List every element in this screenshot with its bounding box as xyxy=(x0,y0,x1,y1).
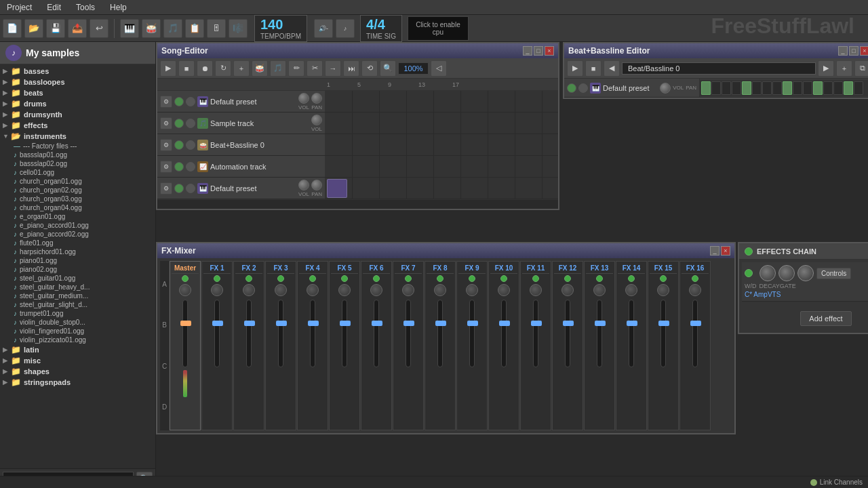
track-mute-btn[interactable] xyxy=(174,162,184,171)
maximize-button[interactable]: □ xyxy=(849,46,859,56)
minimize-button[interactable]: _ xyxy=(710,246,719,256)
channel-fader[interactable] xyxy=(278,300,283,367)
channel-active-dot[interactable] xyxy=(405,275,412,282)
file-church-organ01[interactable]: ♪ church_organ01.ogg xyxy=(0,177,155,186)
channel-fader[interactable] xyxy=(182,300,188,367)
channel-active-dot[interactable] xyxy=(341,275,348,282)
channel-active-dot[interactable] xyxy=(692,275,698,282)
file-church-organ02[interactable]: ♪ church_organ02.ogg xyxy=(0,186,155,195)
pan-knob[interactable] xyxy=(311,180,322,190)
samples-btn[interactable]: 🎵 xyxy=(163,19,182,38)
add-track-btn[interactable]: + xyxy=(233,60,250,77)
file-church-organ04[interactable]: ♪ church_organ04.ogg xyxy=(0,203,155,212)
skip-btn[interactable]: ⏭ xyxy=(343,60,359,77)
folder-drumsynth[interactable]: ▶ 📁 drumsynth xyxy=(0,109,155,120)
channel-knob[interactable] xyxy=(402,284,414,296)
channel-knob[interactable] xyxy=(593,284,606,296)
file-bassslap02[interactable]: ♪ bassslap02.ogg xyxy=(0,159,155,168)
track-solo-btn[interactable] xyxy=(186,140,195,150)
channel-knob[interactable] xyxy=(689,284,701,296)
save-button[interactable]: 💾 xyxy=(46,19,65,38)
erase-btn[interactable]: ✂ xyxy=(307,60,323,77)
channel-active-dot[interactable] xyxy=(564,275,571,282)
menu-edit[interactable]: Edit xyxy=(44,1,64,14)
channel-knob[interactable] xyxy=(561,284,574,296)
file-e-piano-accord01[interactable]: ♪ e_piano_accord01.ogg xyxy=(0,221,155,230)
channel-active-dot[interactable] xyxy=(628,275,635,282)
arrow-btn[interactable]: → xyxy=(325,60,341,77)
mixer-btn[interactable]: 🎚 xyxy=(207,19,226,38)
folder-misc[interactable]: ▶ 📁 misc xyxy=(0,355,155,366)
channel-knob[interactable] xyxy=(243,284,255,296)
track-mute-btn[interactable] xyxy=(174,184,184,193)
record-button[interactable]: ⏺ xyxy=(197,60,213,77)
channel-active-dot[interactable] xyxy=(277,275,284,282)
channel-fader[interactable] xyxy=(469,300,475,367)
maximize-button[interactable]: □ xyxy=(534,46,543,56)
file-piano01[interactable]: ♪ piano01.ogg xyxy=(0,256,155,265)
bbl-titlebar[interactable]: Beat+Bassline Editor _ □ × xyxy=(564,43,868,58)
bbl-add-btn[interactable]: + xyxy=(836,60,852,77)
close-button[interactable]: × xyxy=(721,246,730,256)
channel-active-dot[interactable] xyxy=(469,275,475,282)
channel-fader[interactable] xyxy=(246,300,252,367)
bbl-pad-13[interactable] xyxy=(823,81,833,95)
channel-fader[interactable] xyxy=(692,300,698,367)
track-content[interactable] xyxy=(326,134,558,155)
folder-shapes[interactable]: ▶ 📁 shapes xyxy=(0,366,155,377)
file-steel-guitar-medium[interactable]: ♪ steel_guitar_medium... xyxy=(0,291,155,300)
channel-knob[interactable] xyxy=(657,284,669,296)
pitch-btn[interactable]: ♪ xyxy=(336,19,355,38)
menu-help[interactable]: Help xyxy=(107,1,130,14)
channel-fader[interactable] xyxy=(437,300,443,367)
channel-knob[interactable] xyxy=(211,284,223,296)
channel-active-dot[interactable] xyxy=(214,275,220,282)
track-solo-btn[interactable] xyxy=(186,184,195,193)
file-violin-double[interactable]: ♪ violin_double_stop0... xyxy=(0,318,155,327)
fx-mixer-titlebar[interactable]: FX-Mixer _ × xyxy=(157,243,734,258)
channel-active-dot[interactable] xyxy=(437,275,443,282)
track-mute-btn[interactable] xyxy=(174,97,184,106)
channel-fader[interactable] xyxy=(342,300,347,367)
vol-knob[interactable] xyxy=(298,93,309,104)
menu-tools[interactable]: Tools xyxy=(73,1,98,14)
bbl-vol-knob[interactable] xyxy=(660,83,671,94)
file-factory[interactable]: — --- Factory files --- xyxy=(0,142,155,150)
link-channels[interactable]: Link Channels xyxy=(810,479,863,486)
close-button[interactable]: × xyxy=(860,46,868,56)
effect-wd-knob[interactable] xyxy=(760,265,776,281)
channel-active-dot[interactable] xyxy=(500,275,507,282)
zoom-value[interactable]: 100% xyxy=(398,62,429,75)
folder-drums[interactable]: ▶ 📁 drums xyxy=(0,98,155,109)
channel-knob[interactable] xyxy=(466,284,478,296)
channel-active-dot[interactable] xyxy=(532,275,539,282)
se-scrollbar[interactable] xyxy=(157,199,558,209)
bbl-pad-16[interactable] xyxy=(854,81,863,95)
channel-fader[interactable] xyxy=(310,300,315,367)
channel-fader[interactable] xyxy=(406,300,411,367)
track-content[interactable] xyxy=(326,91,558,112)
open-button[interactable]: 📂 xyxy=(24,19,43,38)
file-steel-guitar01[interactable]: ♪ steel_guitar01.ogg xyxy=(0,274,155,283)
folder-instruments[interactable]: ▼ 📂 instruments xyxy=(0,131,155,142)
file-e-organ01[interactable]: ♪ e_organ01.ogg xyxy=(0,212,155,221)
file-trumpet01[interactable]: ♪ trumpet01.ogg xyxy=(0,309,155,318)
track-content[interactable] xyxy=(326,156,558,177)
channel-fader[interactable] xyxy=(374,300,379,367)
track-settings-btn[interactable]: ⚙ xyxy=(160,182,172,195)
channel-knob[interactable] xyxy=(625,284,637,296)
channel-fader[interactable] xyxy=(660,300,666,367)
play-button[interactable]: ▶ xyxy=(160,60,176,77)
menu-project[interactable]: Project xyxy=(4,1,35,14)
channel-knob[interactable] xyxy=(338,284,351,296)
bbl-dup-btn[interactable]: ⧉ xyxy=(854,60,868,77)
folder-beats[interactable]: ▶ 📁 beats xyxy=(0,87,155,98)
track-mute-btn[interactable] xyxy=(174,119,184,128)
folder-stringsnpads[interactable]: ▶ 📁 stringsnpads xyxy=(0,377,155,388)
file-harpsichord01[interactable]: ♪ harpsichord01.ogg xyxy=(0,247,155,256)
add-bb-btn[interactable]: 🥁 xyxy=(252,60,268,77)
vol-down[interactable]: 🔊- xyxy=(314,19,333,38)
bbl-pad-6[interactable] xyxy=(752,81,762,95)
bbl-preset[interactable]: Beat/Bassline 0 xyxy=(622,62,816,75)
export-button[interactable]: 📤 xyxy=(68,19,87,38)
